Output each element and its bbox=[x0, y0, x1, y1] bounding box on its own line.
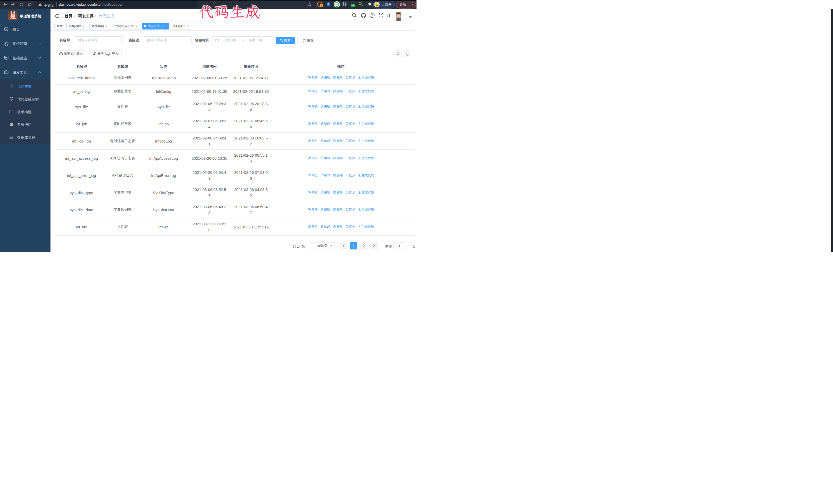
svg-text:?: ? bbox=[372, 14, 373, 17]
